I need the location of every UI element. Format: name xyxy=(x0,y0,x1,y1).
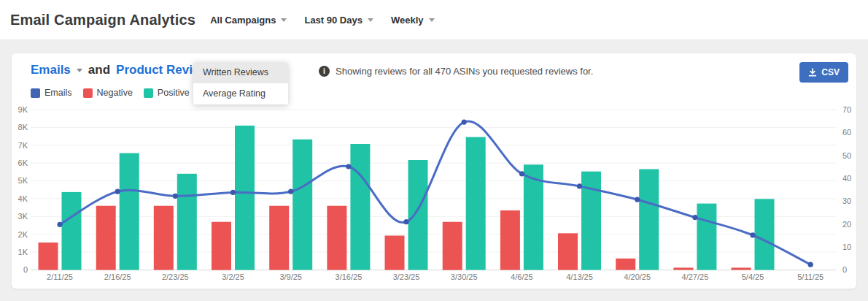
svg-text:4/20/25: 4/20/25 xyxy=(624,273,651,281)
asin-note-text: Showing reviews for all 470 ASINs you re… xyxy=(336,66,593,77)
svg-text:3/2/25: 3/2/25 xyxy=(222,273,244,281)
date-range-filter-dropdown[interactable]: Last 90 Days xyxy=(304,15,373,26)
bar-positive[interactable] xyxy=(62,192,82,270)
emails-line-point[interactable] xyxy=(577,183,582,188)
csv-export-button[interactable]: CSV xyxy=(799,62,848,83)
svg-text:3/16/25: 3/16/25 xyxy=(336,273,363,281)
svg-text:40: 40 xyxy=(842,174,851,183)
csv-button-label: CSV xyxy=(821,67,840,77)
svg-text:60: 60 xyxy=(842,128,851,137)
svg-text:70: 70 xyxy=(842,105,851,114)
emails-swatch xyxy=(31,88,40,98)
page-title: Email Campaign Analytics xyxy=(10,12,195,28)
date-range-filter-label: Last 90 Days xyxy=(304,15,363,26)
svg-text:9K: 9K xyxy=(18,105,28,114)
emails-line-point[interactable] xyxy=(173,194,178,199)
bar-negative[interactable] xyxy=(269,206,289,270)
emails-line-point[interactable] xyxy=(288,189,293,194)
emails-line-point[interactable] xyxy=(230,190,236,195)
svg-text:8K: 8K xyxy=(18,123,28,132)
menu-item-written-reviews[interactable]: Written Reviews xyxy=(193,62,288,83)
bar-negative[interactable] xyxy=(558,233,578,270)
svg-text:5/4/25: 5/4/25 xyxy=(742,273,764,281)
svg-text:4/6/25: 4/6/25 xyxy=(511,273,533,281)
svg-text:4/13/25: 4/13/25 xyxy=(566,273,593,281)
emails-line-point[interactable] xyxy=(115,189,120,194)
asin-note: i Showing reviews for all 470 ASINs you … xyxy=(319,66,593,77)
svg-text:1K: 1K xyxy=(18,248,28,256)
svg-text:3/9/25: 3/9/25 xyxy=(279,273,302,281)
bar-negative[interactable] xyxy=(500,210,520,270)
bar-negative[interactable] xyxy=(327,206,346,270)
emails-line-point[interactable] xyxy=(519,171,524,176)
emails-line-point[interactable] xyxy=(403,219,408,224)
bar-positive[interactable] xyxy=(697,204,716,270)
chart-legend: Emails Negative Positive xyxy=(31,88,190,98)
chevron-down-icon[interactable] xyxy=(77,69,82,72)
legend-label: Negative xyxy=(97,88,133,98)
bar-positive[interactable] xyxy=(755,199,775,270)
granularity-filter-dropdown[interactable]: Weekly xyxy=(391,15,435,26)
svg-text:7K: 7K xyxy=(18,141,28,150)
bar-positive[interactable] xyxy=(292,140,312,270)
negative-swatch xyxy=(83,88,93,98)
filter-bar: All Campaigns Last 90 Days Weekly xyxy=(210,15,434,26)
bar-positive[interactable] xyxy=(350,144,370,270)
bar-negative[interactable] xyxy=(673,267,693,270)
metric-emails-link[interactable]: Emails xyxy=(31,63,71,77)
bar-positive[interactable] xyxy=(177,174,197,270)
svg-text:2/16/25: 2/16/25 xyxy=(104,273,131,281)
svg-text:5K: 5K xyxy=(18,176,28,185)
bar-negative[interactable] xyxy=(385,236,405,270)
svg-text:3/30/25: 3/30/25 xyxy=(451,273,478,281)
info-icon: i xyxy=(319,66,330,77)
bar-negative[interactable] xyxy=(616,259,635,270)
svg-text:3/23/25: 3/23/25 xyxy=(393,273,420,281)
bar-negative[interactable] xyxy=(39,243,58,270)
emails-line-point[interactable] xyxy=(808,262,813,267)
svg-text:0: 0 xyxy=(842,265,847,274)
title-conjunction: and xyxy=(88,63,110,77)
bar-positive[interactable] xyxy=(235,126,255,270)
emails-line-point[interactable] xyxy=(346,164,351,169)
top-header: Email Campaign Analytics All Campaigns L… xyxy=(0,0,868,40)
bar-negative[interactable] xyxy=(732,267,751,270)
campaigns-filter-dropdown[interactable]: All Campaigns xyxy=(210,15,287,26)
svg-text:30: 30 xyxy=(842,197,851,205)
bar-negative[interactable] xyxy=(443,222,462,270)
svg-text:4K: 4K xyxy=(18,194,28,203)
emails-line-point[interactable] xyxy=(462,120,467,125)
legend-item-negative[interactable]: Negative xyxy=(83,88,133,98)
bar-positive[interactable] xyxy=(466,137,486,270)
chevron-down-icon xyxy=(368,18,373,22)
svg-text:50: 50 xyxy=(842,151,851,160)
campaigns-filter-label: All Campaigns xyxy=(210,15,276,26)
bar-negative[interactable] xyxy=(154,206,174,270)
bar-positive[interactable] xyxy=(408,160,428,270)
reviews-metric-dropdown-menu: Written Reviews Average Rating xyxy=(193,62,288,104)
svg-text:0: 0 xyxy=(23,265,28,274)
svg-text:5/11/25: 5/11/25 xyxy=(797,273,824,281)
emails-line-point[interactable] xyxy=(57,222,62,227)
download-icon xyxy=(808,68,817,77)
svg-text:10: 10 xyxy=(842,243,851,251)
emails-line-point[interactable] xyxy=(635,197,640,202)
bar-positive[interactable] xyxy=(639,169,659,270)
emails-line-point[interactable] xyxy=(750,232,755,237)
menu-item-average-rating[interactable]: Average Rating xyxy=(193,83,288,104)
bar-negative[interactable] xyxy=(96,206,116,270)
svg-text:6K: 6K xyxy=(18,159,28,167)
legend-label: Emails xyxy=(44,88,72,98)
bar-negative[interactable] xyxy=(212,222,231,270)
legend-item-positive[interactable]: Positive xyxy=(144,88,190,98)
svg-text:3K: 3K xyxy=(18,212,28,221)
emails-line-point[interactable] xyxy=(692,215,697,220)
analytics-card: 01K2K3K4K5K6K7K8K9K0102030405060702/11/2… xyxy=(12,53,856,289)
chevron-down-icon xyxy=(429,18,435,22)
svg-text:2/11/25: 2/11/25 xyxy=(47,273,73,281)
bar-positive[interactable] xyxy=(120,153,139,270)
svg-text:20: 20 xyxy=(842,220,851,229)
legend-label: Positive xyxy=(158,88,190,98)
granularity-filter-label: Weekly xyxy=(391,15,424,26)
legend-item-emails[interactable]: Emails xyxy=(31,88,72,98)
